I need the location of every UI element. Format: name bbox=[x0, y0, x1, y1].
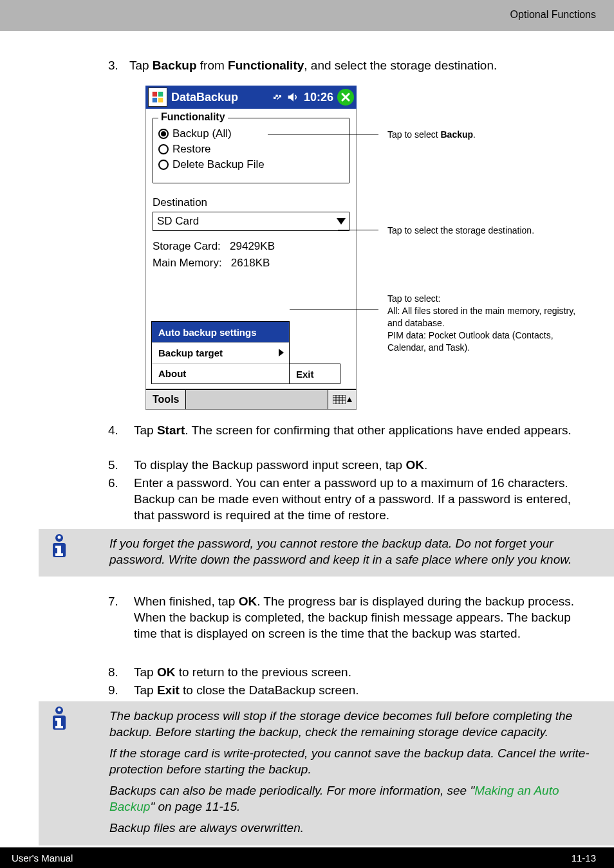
svg-rect-3 bbox=[158, 98, 163, 102]
main-memory-value: 2618KB bbox=[231, 257, 270, 269]
menu-auto-backup[interactable]: Auto backup settings bbox=[152, 322, 289, 342]
step-5: 5. To display the Backup password input … bbox=[108, 457, 595, 473]
step-6: 6. Enter a password. You can enter a pas… bbox=[108, 475, 595, 523]
step-7: 7. When finished, tap OK. The progress b… bbox=[108, 593, 595, 642]
callout-2: Tap to select the storage destination. bbox=[387, 225, 534, 237]
main-memory-row: Main Memory: 2618KB bbox=[153, 257, 349, 270]
note-1: If you forget the password, you cannot r… bbox=[39, 529, 614, 577]
radio-icon[interactable] bbox=[158, 160, 169, 170]
callout-1: Tap to select Backup. bbox=[387, 129, 476, 141]
radio-icon[interactable] bbox=[158, 144, 169, 154]
main-memory-label: Main Memory: bbox=[153, 257, 222, 269]
destination-value: SD Card bbox=[157, 215, 199, 228]
titlebar: DataBackup 10:26 bbox=[145, 86, 357, 109]
step-4-pre: Tap bbox=[134, 423, 157, 437]
connectivity-icon[interactable] bbox=[272, 91, 283, 103]
radio-restore-label: Restore bbox=[172, 143, 211, 156]
step-8-b: OK bbox=[157, 665, 176, 679]
storage-card-label: Storage Card: bbox=[153, 240, 221, 252]
menu-backup-target[interactable]: Backup target bbox=[152, 342, 289, 363]
radio-restore[interactable]: Restore bbox=[158, 143, 344, 156]
step-6-num: 6. bbox=[108, 475, 126, 491]
step-3-b1: Backup bbox=[153, 59, 197, 72]
step-4-num: 4. bbox=[108, 422, 126, 438]
step-3-text: Tap Backup from Functionality, and selec… bbox=[129, 59, 497, 72]
step-9-pre: Tap bbox=[134, 683, 157, 697]
header-section: Optional Functions bbox=[510, 9, 596, 21]
callout-line-2 bbox=[338, 230, 378, 230]
destination-label: Destination bbox=[153, 196, 349, 209]
clock[interactable]: 10:26 bbox=[304, 91, 333, 104]
status-area[interactable]: 10:26 bbox=[272, 91, 333, 104]
step-7-pre: When finished, tap bbox=[134, 595, 239, 608]
step-5-post: . bbox=[424, 458, 427, 472]
callout-line-1 bbox=[268, 134, 378, 134]
footer-bar: User's Manual 11-13 bbox=[0, 847, 614, 868]
radio-delete-label: Delete Backup File bbox=[172, 158, 265, 171]
functionality-legend: Functionality bbox=[158, 111, 228, 123]
step-9-post: to close the DataBackup screen. bbox=[180, 683, 359, 697]
menu-about[interactable]: About bbox=[152, 363, 289, 383]
step-9: 9. Tap Exit to close the DataBackup scre… bbox=[108, 682, 595, 698]
tools-button[interactable]: Tools bbox=[146, 390, 186, 409]
svg-rect-18 bbox=[55, 553, 63, 556]
info-icon bbox=[46, 533, 72, 559]
menu-backup-target-label: Backup target bbox=[158, 347, 223, 358]
note-2-text: The backup process will stop if the stor… bbox=[39, 701, 614, 845]
step-4: 4. Tap Start. The screen for confirming … bbox=[108, 422, 595, 438]
volume-icon[interactable] bbox=[287, 91, 300, 103]
radio-backup-label: Backup (All) bbox=[172, 127, 232, 140]
svg-marker-5 bbox=[279, 349, 284, 356]
svg-rect-1 bbox=[158, 92, 163, 97]
step-5-num: 5. bbox=[108, 457, 126, 473]
info-icon bbox=[46, 705, 72, 731]
step-4-b: Start bbox=[157, 423, 185, 437]
callout-line-3 bbox=[290, 309, 378, 309]
step-6-text: Enter a password. You can enter a passwo… bbox=[134, 475, 595, 523]
footer-left: User's Manual bbox=[12, 853, 73, 863]
note-2-p4: Backup files are always overwritten. bbox=[109, 820, 595, 836]
note-1-text: If you forget the password, you cannot r… bbox=[39, 529, 614, 577]
note-2: The backup process will stop if the stor… bbox=[39, 701, 614, 845]
submenu-exit[interactable]: Exit bbox=[289, 364, 340, 384]
note-2-p2: If the storage card is write-protected, … bbox=[109, 745, 595, 777]
callout-1-pre: Tap to select bbox=[387, 129, 441, 140]
destination-select[interactable]: SD Card bbox=[153, 212, 349, 231]
start-icon[interactable] bbox=[148, 88, 167, 107]
step-7-num: 7. bbox=[108, 593, 126, 609]
callout-1-b: Backup bbox=[441, 129, 474, 140]
callout-3: Tap to select: All: All files stored in … bbox=[387, 293, 587, 353]
keyboard-button[interactable] bbox=[328, 390, 356, 409]
dropdown-arrow-icon[interactable] bbox=[333, 212, 349, 231]
step-3-b2: Functionality bbox=[228, 59, 304, 72]
svg-rect-23 bbox=[55, 718, 61, 721]
svg-rect-0 bbox=[153, 92, 157, 97]
submenu-arrow-icon bbox=[279, 347, 284, 358]
step-4-post: . The screen for confirming that other a… bbox=[185, 423, 572, 437]
step-3-pre: Tap bbox=[129, 59, 153, 72]
note-2-p3b: " on page 11-15. bbox=[150, 800, 240, 813]
step-9-b: Exit bbox=[157, 683, 180, 697]
note-1-p: If you forget the password, you cannot r… bbox=[109, 535, 595, 568]
svg-rect-2 bbox=[153, 98, 157, 102]
radio-delete[interactable]: Delete Backup File bbox=[158, 158, 344, 171]
svg-point-21 bbox=[58, 708, 61, 712]
functionality-fieldset: Functionality Backup (All) Restore Delet… bbox=[153, 118, 349, 183]
step-8-num: 8. bbox=[108, 664, 126, 680]
screenshot-bottombar: Tools bbox=[145, 389, 357, 410]
close-icon[interactable] bbox=[337, 89, 354, 106]
step-3: 3. Tap Backup from Functionality, and se… bbox=[108, 59, 497, 73]
storage-card-value: 29429KB bbox=[230, 240, 275, 252]
chevron-up-icon bbox=[347, 397, 352, 402]
step-8-pre: Tap bbox=[134, 665, 157, 679]
tools-menu: Auto backup settings Backup target About bbox=[151, 321, 290, 384]
svg-marker-12 bbox=[347, 397, 352, 402]
step-9-num: 9. bbox=[108, 682, 126, 698]
radio-icon[interactable] bbox=[158, 129, 169, 139]
title-text: DataBackup bbox=[171, 91, 238, 104]
keyboard-icon bbox=[333, 395, 346, 404]
callout-1-post: . bbox=[473, 129, 476, 140]
storage-card-row: Storage Card: 29429KB bbox=[153, 240, 349, 253]
note-2-p1: The backup process will stop if the stor… bbox=[109, 708, 595, 740]
note-2-p3a: Backups can also be made periodically. F… bbox=[109, 784, 474, 797]
